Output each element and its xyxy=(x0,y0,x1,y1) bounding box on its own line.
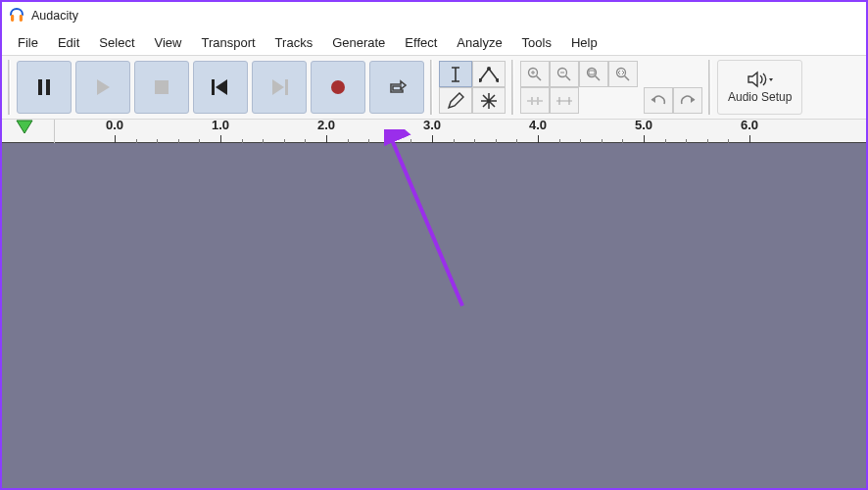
silence-button[interactable] xyxy=(550,87,579,114)
ibeam-icon xyxy=(448,66,463,83)
undo-button[interactable] xyxy=(644,87,673,114)
ruler-tick xyxy=(432,135,433,143)
trim-button[interactable] xyxy=(520,87,550,114)
svg-point-13 xyxy=(487,67,491,71)
menu-select[interactable]: Select xyxy=(89,32,144,53)
play-button[interactable] xyxy=(75,61,130,114)
spacer xyxy=(673,61,702,87)
toolbars: Audio Setup xyxy=(2,55,866,120)
stop-icon xyxy=(154,79,169,95)
ruler-minor-tick xyxy=(348,139,349,143)
zoom-in-button[interactable] xyxy=(520,61,550,87)
ruler-tick-label: 2.0 xyxy=(317,118,335,132)
app-title: Audacity xyxy=(31,9,78,23)
svg-line-22 xyxy=(596,75,601,80)
fit-selection-icon xyxy=(586,67,602,82)
menubar: File Edit Select View Transport Tracks G… xyxy=(2,29,866,55)
menu-tracks[interactable]: Tracks xyxy=(265,32,323,53)
spacer xyxy=(579,87,608,114)
redo-icon xyxy=(680,94,696,108)
ruler-minor-tick xyxy=(178,139,179,143)
envelope-icon xyxy=(479,67,499,82)
toolbar-grip[interactable] xyxy=(430,60,433,115)
asterisk-icon xyxy=(480,92,498,110)
ruler-minor-tick xyxy=(580,139,581,143)
record-button[interactable] xyxy=(311,61,365,114)
ruler-tick xyxy=(220,135,221,143)
menu-file[interactable]: File xyxy=(8,32,48,53)
redo-button[interactable] xyxy=(673,87,702,114)
multi-tool[interactable] xyxy=(472,87,506,114)
svg-rect-5 xyxy=(155,80,169,94)
selection-tool[interactable] xyxy=(439,61,472,87)
toolbar-grip[interactable] xyxy=(511,60,514,115)
fit-project-button[interactable] xyxy=(608,61,638,87)
loop-button[interactable] xyxy=(369,61,424,114)
zoom-in-icon xyxy=(527,67,543,82)
ruler-minor-tick xyxy=(622,139,623,143)
ruler-head[interactable] xyxy=(2,120,55,143)
ruler-minor-tick xyxy=(136,139,137,143)
stop-button[interactable] xyxy=(134,61,189,114)
ruler-minor-tick xyxy=(559,139,560,143)
loop-icon xyxy=(387,78,407,96)
ruler-minor-tick xyxy=(157,139,158,143)
ruler-tick xyxy=(115,135,116,143)
svg-marker-4 xyxy=(97,79,110,95)
ruler-tick xyxy=(644,135,645,143)
ruler-minor-tick xyxy=(199,139,200,143)
ruler-minor-tick xyxy=(390,139,391,143)
ruler-minor-tick xyxy=(496,139,497,143)
ruler-tick-label: 1.0 xyxy=(212,118,229,132)
ruler-tick xyxy=(326,135,327,143)
pause-button[interactable] xyxy=(17,61,72,114)
audio-setup-button[interactable]: Audio Setup xyxy=(717,60,802,115)
pause-icon xyxy=(36,78,52,96)
ruler-tick-label: 0.0 xyxy=(106,118,123,132)
spacer xyxy=(608,87,638,114)
menu-edit[interactable]: Edit xyxy=(48,32,89,53)
silence-icon xyxy=(555,95,573,107)
skip-end-icon xyxy=(269,78,289,96)
draw-tool[interactable] xyxy=(439,87,472,114)
ruler-minor-tick xyxy=(305,139,306,143)
ruler-minor-tick xyxy=(368,139,369,143)
titlebar: Audacity xyxy=(2,2,866,29)
envelope-tool[interactable] xyxy=(472,61,506,87)
skip-end-button[interactable] xyxy=(252,61,307,114)
svg-marker-7 xyxy=(216,79,227,95)
ruler-tick-label: 6.0 xyxy=(741,118,758,132)
menu-effect[interactable]: Effect xyxy=(395,32,447,53)
undo-icon xyxy=(651,94,666,108)
toolbar-grip[interactable] xyxy=(708,60,711,115)
menu-view[interactable]: View xyxy=(145,32,192,53)
spacer xyxy=(644,61,673,87)
playhead-marker-icon xyxy=(16,120,33,135)
ruler-minor-tick xyxy=(516,139,517,143)
fit-project-icon xyxy=(615,67,631,82)
zoom-out-button[interactable] xyxy=(550,61,579,87)
tracks-area[interactable] xyxy=(2,143,866,488)
toolbar-grip[interactable] xyxy=(8,60,11,115)
fit-selection-button[interactable] xyxy=(579,61,608,87)
svg-line-19 xyxy=(566,75,571,80)
ruler-minor-tick xyxy=(602,139,603,143)
ruler-minor-tick xyxy=(707,139,708,143)
skip-start-button[interactable] xyxy=(193,61,248,114)
zoom-out-icon xyxy=(556,67,572,82)
ruler-minor-tick xyxy=(263,139,264,143)
ruler-minor-tick xyxy=(454,139,455,143)
svg-marker-8 xyxy=(272,79,284,95)
svg-marker-28 xyxy=(769,78,773,81)
menu-tools[interactable]: Tools xyxy=(512,32,561,53)
timeline-ruler[interactable]: 0.01.02.03.04.05.06.0 xyxy=(55,120,866,143)
svg-line-25 xyxy=(625,75,630,80)
tools-toolbar xyxy=(439,61,506,114)
svg-rect-6 xyxy=(212,79,215,95)
menu-transport[interactable]: Transport xyxy=(191,32,265,53)
menu-help[interactable]: Help xyxy=(561,32,607,53)
menu-generate[interactable]: Generate xyxy=(322,32,395,53)
ruler-tick xyxy=(749,135,750,143)
menu-analyze[interactable]: Analyze xyxy=(447,32,511,53)
timeline-ruler-row: 0.01.02.03.04.05.06.0 xyxy=(2,120,866,143)
